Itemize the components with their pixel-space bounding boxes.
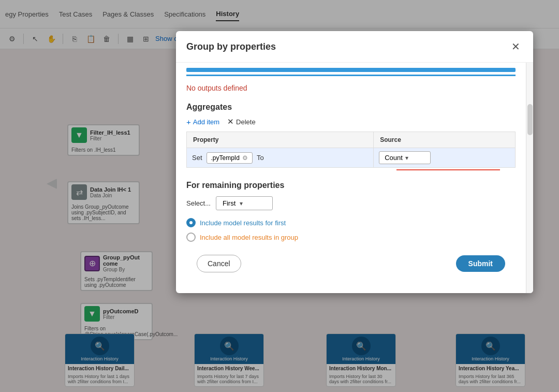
plus-icon: +	[186, 118, 191, 126]
remaining-select-value: First	[223, 199, 236, 207]
x-icon: ✕	[227, 117, 234, 126]
aggregate-actions: + Add item ✕ Delete	[186, 117, 516, 126]
modal-footer: Cancel Submit	[186, 247, 516, 283]
cancel-button[interactable]: Cancel	[197, 255, 241, 272]
radio-all-label: Include all model results in group	[200, 234, 298, 241]
col-property: Property	[187, 132, 374, 148]
radio-include-first[interactable]: Include model results for first	[186, 218, 516, 227]
red-underline	[396, 169, 500, 170]
property-gear-icon: ⚙	[242, 154, 248, 162]
remaining-dropdown[interactable]: First ▾	[216, 196, 273, 210]
radio-first-circle	[186, 218, 196, 227]
radio-first-label: Include model results for first	[200, 219, 286, 227]
delete-link[interactable]: ✕ Delete	[227, 117, 256, 126]
add-item-label: Add item	[193, 118, 219, 126]
radio-all-circle	[186, 233, 196, 242]
remaining-chevron-icon: ▾	[240, 200, 243, 207]
property-value: .pyTempId	[211, 154, 240, 162]
scrollbar-thumb	[527, 104, 533, 135]
aggregate-row: Set .pyTempId ⚙ To Count ▾	[187, 148, 516, 168]
aggregate-cell-source: Count ▾	[374, 148, 516, 168]
add-item-link[interactable]: + Add item	[186, 118, 219, 126]
modal-header: Group by properties ✕	[176, 31, 533, 63]
no-outputs-message: No outputs defined	[186, 75, 516, 95]
aggregate-cell-property: Set .pyTempId ⚙ To	[187, 148, 374, 168]
aggregate-table: Property Source Set .pyTempId ⚙	[186, 132, 516, 168]
set-label: Set	[192, 154, 202, 162]
col-source: Source	[374, 132, 516, 148]
source-value: Count	[385, 154, 403, 162]
radio-include-all[interactable]: Include all model results in group	[186, 233, 516, 242]
close-button[interactable]: ✕	[508, 39, 523, 54]
select-label: Select...	[186, 199, 211, 207]
modal-title: Group by properties	[186, 41, 276, 52]
property-pill[interactable]: .pyTempId ⚙	[207, 152, 253, 164]
remaining-properties-section: For remaining properties Select... First…	[186, 181, 516, 242]
aggregates-section-title: Aggregates	[186, 103, 516, 112]
to-label: To	[257, 154, 264, 162]
select-row: Select... First ▾	[186, 196, 516, 210]
progress-bar	[186, 68, 516, 72]
modal-scrollbar[interactable]	[526, 63, 533, 293]
remaining-title: For remaining properties	[186, 181, 516, 190]
delete-label: Delete	[236, 118, 256, 126]
source-dropdown[interactable]: Count ▾	[379, 151, 431, 164]
source-chevron-icon: ▾	[405, 154, 408, 162]
modal-group-by-properties: Group by properties ✕ No outputs defined…	[176, 31, 533, 293]
submit-button[interactable]: Submit	[456, 255, 505, 272]
